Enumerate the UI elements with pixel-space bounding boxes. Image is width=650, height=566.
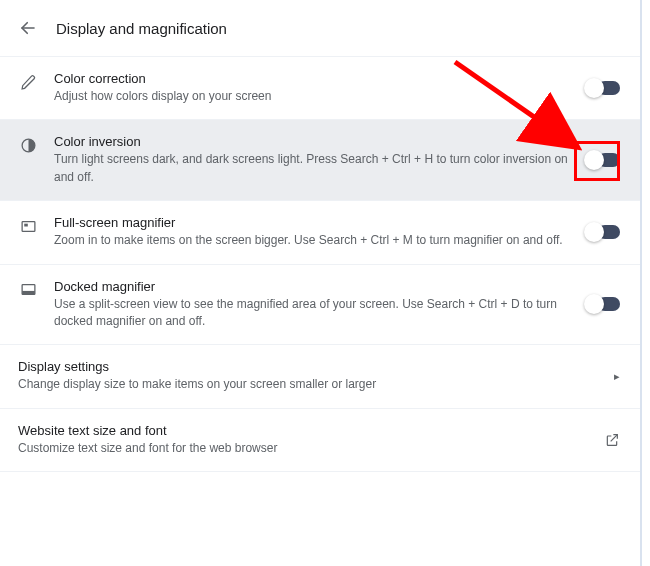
row-title: Color inversion xyxy=(54,134,570,149)
row-text: Color correction Adjust how colors displ… xyxy=(54,71,570,105)
chevron-right-icon: ▸ xyxy=(614,370,620,383)
svg-rect-3 xyxy=(24,223,28,226)
page-header: Display and magnification xyxy=(0,0,640,56)
toggle-docked-magnifier[interactable] xyxy=(586,297,620,311)
row-text: Display settings Change display size to … xyxy=(18,359,598,393)
row-desc: Use a split-screen view to see the magni… xyxy=(54,296,570,331)
row-text: Color inversion Turn light screens dark,… xyxy=(54,134,570,186)
docked-icon xyxy=(18,280,38,300)
page-title: Display and magnification xyxy=(56,20,227,37)
row-desc: Zoom in to make items on the screen bigg… xyxy=(54,232,570,249)
svg-rect-2 xyxy=(22,221,35,231)
back-button[interactable] xyxy=(18,18,38,38)
row-fullscreen-magnifier[interactable]: Full-screen magnifier Zoom in to make it… xyxy=(0,200,640,263)
toggle-color-correction[interactable] xyxy=(586,81,620,95)
row-desc: Customize text size and font for the web… xyxy=(18,440,588,457)
row-website-text[interactable]: Website text size and font Customize tex… xyxy=(0,408,640,472)
row-title: Full-screen magnifier xyxy=(54,215,570,230)
contrast-icon xyxy=(18,135,38,155)
fullscreen-icon xyxy=(18,216,38,236)
row-docked-magnifier[interactable]: Docked magnifier Use a split-screen view… xyxy=(0,264,640,345)
row-desc: Turn light screens dark, and dark screen… xyxy=(54,151,570,186)
row-title: Docked magnifier xyxy=(54,279,570,294)
row-desc: Change display size to make items on you… xyxy=(18,376,598,393)
arrow-left-icon xyxy=(19,19,37,37)
row-text: Full-screen magnifier Zoom in to make it… xyxy=(54,215,570,249)
row-title: Display settings xyxy=(18,359,598,374)
pencil-icon xyxy=(18,72,38,92)
row-display-settings[interactable]: Display settings Change display size to … xyxy=(0,344,640,407)
toggle-color-inversion[interactable] xyxy=(586,153,620,167)
row-text: Docked magnifier Use a split-screen view… xyxy=(54,279,570,331)
svg-rect-5 xyxy=(22,291,35,295)
row-title: Color correction xyxy=(54,71,570,86)
row-color-inversion[interactable]: Color inversion Turn light screens dark,… xyxy=(0,119,640,200)
row-color-correction[interactable]: Color correction Adjust how colors displ… xyxy=(0,56,640,119)
row-text: Website text size and font Customize tex… xyxy=(18,423,588,457)
external-link-icon xyxy=(604,432,620,448)
toggle-fullscreen-magnifier[interactable] xyxy=(586,225,620,239)
row-title: Website text size and font xyxy=(18,423,588,438)
row-desc: Adjust how colors display on your screen xyxy=(54,88,570,105)
